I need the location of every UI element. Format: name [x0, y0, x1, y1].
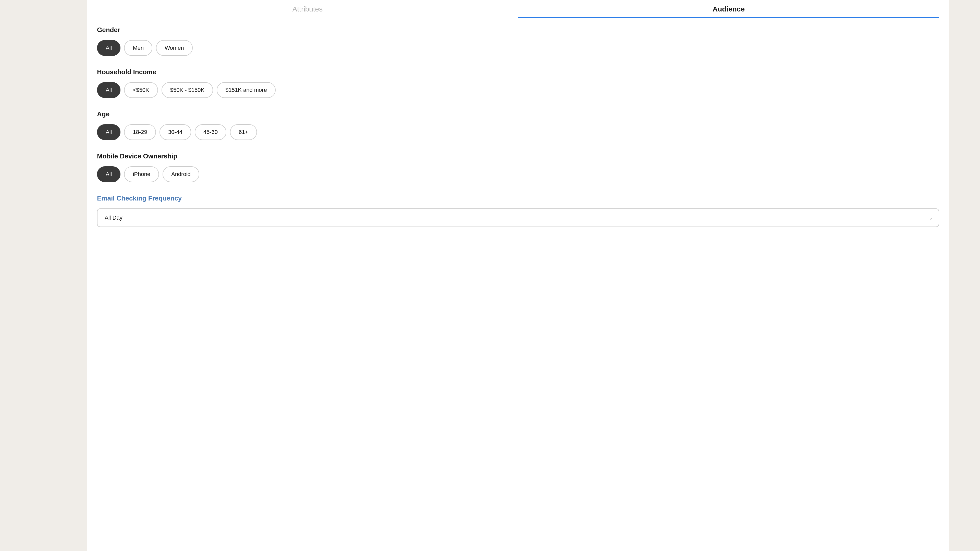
income-pill-group: All <$50K $50K - $150K $151K and more — [97, 82, 939, 98]
page-wrapper: Attributes Audience Gender All Men Women… — [0, 0, 980, 551]
age-title: Age — [97, 110, 939, 118]
gender-pill-men[interactable]: Men — [124, 40, 152, 56]
income-pill-50k-150k[interactable]: $50K - $150K — [162, 82, 213, 98]
gender-section: Gender All Men Women — [97, 26, 939, 56]
mobile-pill-android[interactable]: Android — [162, 166, 199, 182]
mobile-title: Mobile Device Ownership — [97, 152, 939, 160]
email-frequency-title: Email Checking Frequency — [97, 194, 939, 202]
income-pill-under50k[interactable]: <$50K — [124, 82, 158, 98]
sidebar-left — [0, 0, 87, 551]
mobile-pill-group: All iPhone Android — [97, 166, 939, 182]
gender-title: Gender — [97, 26, 939, 34]
mobile-section: Mobile Device Ownership All iPhone Andro… — [97, 152, 939, 182]
gender-pill-all[interactable]: All — [97, 40, 121, 56]
mobile-pill-all[interactable]: All — [97, 166, 121, 182]
age-pill-45-60[interactable]: 45-60 — [195, 124, 226, 140]
email-frequency-dropdown-wrapper: All Day Morning Afternoon Evening Night … — [97, 208, 939, 227]
income-pill-all[interactable]: All — [97, 82, 121, 98]
tab-attributes[interactable]: Attributes — [97, 0, 518, 18]
age-pill-18-29[interactable]: 18-29 — [124, 124, 156, 140]
income-pill-151k-plus[interactable]: $151K and more — [217, 82, 275, 98]
income-section: Household Income All <$50K $50K - $150K … — [97, 68, 939, 98]
income-title: Household Income — [97, 68, 939, 76]
gender-pill-group: All Men Women — [97, 40, 939, 56]
age-pill-30-44[interactable]: 30-44 — [159, 124, 191, 140]
mobile-pill-iphone[interactable]: iPhone — [124, 166, 159, 182]
email-frequency-section: Email Checking Frequency All Day Morning… — [97, 194, 939, 227]
sidebar-right — [950, 0, 980, 551]
age-pill-61plus[interactable]: 61+ — [230, 124, 257, 140]
tab-audience[interactable]: Audience — [518, 0, 939, 18]
age-section: Age All 18-29 30-44 45-60 61+ — [97, 110, 939, 140]
tabs-header: Attributes Audience — [97, 0, 939, 18]
age-pill-all[interactable]: All — [97, 124, 121, 140]
gender-pill-women[interactable]: Women — [156, 40, 192, 56]
email-frequency-select[interactable]: All Day Morning Afternoon Evening Night — [97, 208, 939, 227]
age-pill-group: All 18-29 30-44 45-60 61+ — [97, 124, 939, 140]
main-content: Attributes Audience Gender All Men Women… — [87, 0, 950, 551]
